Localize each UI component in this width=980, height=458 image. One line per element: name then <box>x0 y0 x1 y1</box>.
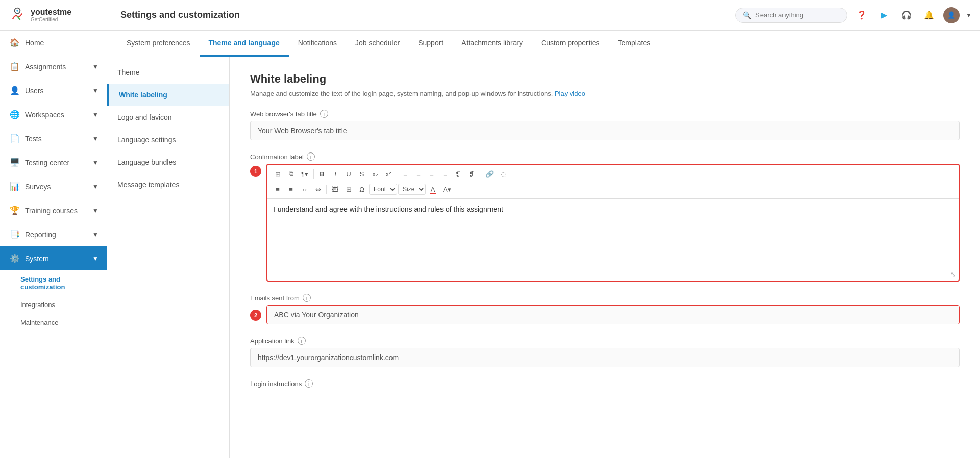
emails-sent-from-info-icon[interactable]: i <box>303 294 311 302</box>
rte-toolbar-row1: ⊞ ⧉ ¶▾ B I U S x₂ x <box>272 168 954 180</box>
rte-align-justify-btn[interactable]: ≡ <box>439 168 451 180</box>
rte-list-ol-btn[interactable]: ≡ <box>285 183 297 195</box>
sidebar-item-training-courses[interactable]: 🏆 Training courses ▼ <box>0 198 107 222</box>
sidebar-item-reporting[interactable]: 📑 Reporting ▼ <box>0 222 107 246</box>
search-input[interactable] <box>755 11 840 19</box>
web-browser-info-icon[interactable]: i <box>320 110 328 118</box>
rte-sep2 <box>397 169 397 179</box>
rte-decrease-indent-btn[interactable]: ↔ <box>298 183 311 195</box>
rte-table2-btn[interactable]: ⊞ <box>342 183 355 195</box>
chevron-tests-icon: ▼ <box>92 135 99 142</box>
rte-para-btn[interactable]: ¶▾ <box>298 168 311 180</box>
sub-nav-language-bundles[interactable]: Language bundles <box>107 151 229 173</box>
sub-nav-theme[interactable]: Theme <box>107 61 229 84</box>
sidebar-item-assignments[interactable]: 📋 Assignments ▼ <box>0 55 107 79</box>
sidebar-item-testing-center[interactable]: 🖥️ Testing center ▼ <box>0 150 107 174</box>
sub-nav-label-white-labeling: White labeling <box>119 91 167 99</box>
tab-theme-language[interactable]: Theme and language <box>200 31 289 57</box>
emails-sent-from-label: Emails sent from i <box>250 294 960 302</box>
rte-align-left-btn[interactable]: ≡ <box>399 168 411 180</box>
chevron-users-icon: ▼ <box>92 87 99 94</box>
confirmation-label-label: Confirmation label i <box>250 152 960 161</box>
sidebar-item-label-workspaces: Workspaces <box>25 111 64 119</box>
rte-font-select[interactable]: Font <box>369 184 397 195</box>
tab-support[interactable]: Support <box>409 31 452 57</box>
bell-icon-btn[interactable]: 🔔 <box>921 7 937 23</box>
sub-nav-language-settings[interactable]: Language settings <box>107 129 229 151</box>
rte-body[interactable]: I understand and agree with the instruct… <box>267 199 959 281</box>
sidebar-item-home[interactable]: 🏠 Home <box>0 31 107 55</box>
sidebar-item-label-home: Home <box>25 39 44 47</box>
rte-font-color-btn[interactable]: A <box>427 183 439 195</box>
rte-bold-btn[interactable]: B <box>316 168 328 180</box>
system-icon: ⚙️ <box>10 253 20 263</box>
sidebar-item-workspaces[interactable]: 🌐 Workspaces ▼ <box>0 103 107 126</box>
rte-increase-indent-btn[interactable]: ⇔ <box>312 183 324 195</box>
sidebar-item-label-tests: Tests <box>25 135 42 143</box>
reporting-icon: 📑 <box>10 230 20 239</box>
rte-bg-color-btn[interactable]: A▾ <box>440 183 454 195</box>
rte-more-btn[interactable]: ◌ <box>498 168 510 180</box>
application-link-input[interactable] <box>250 348 960 367</box>
sidebar-item-tests[interactable]: 📄 Tests ▼ <box>0 126 107 150</box>
rte-align-right-btn[interactable]: ≡ <box>426 168 438 180</box>
web-browser-tab-title-input[interactable] <box>250 121 960 140</box>
rte-indent-btn[interactable]: ❡ <box>452 168 464 180</box>
application-link-label: Application link i <box>250 337 960 345</box>
assignments-icon: 📋 <box>10 62 20 71</box>
rte-italic-btn[interactable]: I <box>329 168 341 180</box>
rte-superscript-btn[interactable]: x² <box>382 168 395 180</box>
emails-sent-from-input[interactable] <box>266 305 960 324</box>
login-instructions-group: Login instructions i <box>250 379 960 388</box>
help-icon-btn[interactable]: ❓ <box>853 7 870 23</box>
sub-nav-white-labeling[interactable]: White labeling <box>107 84 229 106</box>
sidebar-item-users[interactable]: 👤 Users ▼ <box>0 79 107 103</box>
rte-list-ul-btn[interactable]: ≡ <box>272 183 284 195</box>
search-box[interactable]: 🔍 <box>735 8 847 23</box>
rte-strikethrough-btn[interactable]: S <box>356 168 368 180</box>
page-title: White labeling <box>250 72 960 86</box>
chevron-surveys-icon: ▼ <box>92 183 99 190</box>
sidebar-sub-item-integrations[interactable]: Integrations <box>0 296 107 314</box>
rte-resize-handle[interactable]: ⤡ <box>950 270 957 278</box>
sidebar-item-surveys[interactable]: 📊 Surveys ▼ <box>0 174 107 198</box>
rte-copy-btn[interactable]: ⧉ <box>285 168 297 180</box>
sub-nav-label-theme: Theme <box>117 68 140 77</box>
emails-sent-from-group: Emails sent from i 2 <box>250 294 960 324</box>
rte-underline-btn[interactable]: U <box>342 168 355 180</box>
logo-sub-text: GetCertified <box>31 17 71 22</box>
workspaces-icon: 🌐 <box>10 110 20 119</box>
sidebar-sub-item-settings[interactable]: Settings and customization <box>0 270 107 296</box>
rte-special-char-btn[interactable]: Ω <box>356 183 368 195</box>
login-instructions-info-icon[interactable]: i <box>305 379 313 388</box>
rte-toolbar-row2: ≡ ≡ ↔ ⇔ 🖼 ⊞ Ω F <box>272 183 954 195</box>
sidebar-item-system[interactable]: ⚙️ System ▼ <box>0 246 107 270</box>
step-badge-1: 1 <box>250 166 261 177</box>
tab-attachments-library[interactable]: Attachments library <box>452 31 532 57</box>
rte-align-center-btn[interactable]: ≡ <box>412 168 425 180</box>
rte-link-btn[interactable]: 🔗 <box>482 168 497 180</box>
application-link-info-icon[interactable]: i <box>298 337 306 345</box>
web-browser-tab-title-group: Web browser's tab title i <box>250 110 960 140</box>
rte-table-btn[interactable]: ⊞ <box>272 168 284 180</box>
tab-notifications[interactable]: Notifications <box>289 31 346 57</box>
chevron-down-icon[interactable]: ▼ <box>966 12 972 19</box>
tab-custom-properties[interactable]: Custom properties <box>532 31 608 57</box>
tab-system-preferences[interactable]: System preferences <box>117 31 200 57</box>
sub-nav-message-templates[interactable]: Message templates <box>107 173 229 196</box>
tests-icon: 📄 <box>10 134 20 143</box>
rte-size-select[interactable]: Size <box>398 184 426 195</box>
rte-outdent-btn[interactable]: ❡ <box>465 168 478 180</box>
play-video-link[interactable]: Play video <box>555 90 585 97</box>
rte-image-btn[interactable]: 🖼 <box>329 183 341 195</box>
form-panel: White labeling Manage and customize the … <box>230 57 980 458</box>
headphones-icon-btn[interactable]: 🎧 <box>898 7 915 23</box>
rte-subscript-btn[interactable]: x₂ <box>369 168 381 180</box>
tab-job-scheduler[interactable]: Job scheduler <box>346 31 409 57</box>
sidebar-sub-item-maintenance[interactable]: Maintenance <box>0 314 107 332</box>
play-icon-btn[interactable]: ▶ <box>876 7 892 23</box>
sub-nav-logo-favicon[interactable]: Logo and favicon <box>107 106 229 129</box>
tab-templates[interactable]: Templates <box>608 31 659 57</box>
avatar[interactable]: 👤 <box>943 7 960 23</box>
confirmation-info-icon[interactable]: i <box>307 152 315 161</box>
